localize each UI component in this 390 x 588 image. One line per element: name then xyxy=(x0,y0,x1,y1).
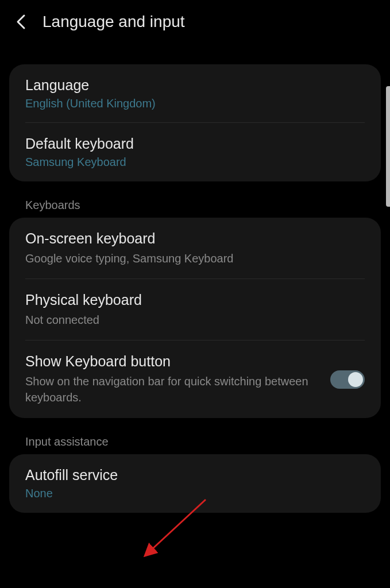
page-title: Language and input xyxy=(43,13,185,31)
group-general: Language English (United Kingdom) Defaul… xyxy=(9,64,381,181)
back-icon[interactable] xyxy=(14,15,28,29)
item-onscreen-keyboard[interactable]: On-screen keyboard Google voice typing, … xyxy=(9,218,381,279)
item-value: Not connected xyxy=(25,312,365,328)
item-title: Show Keyboard button xyxy=(25,353,319,370)
item-title: Autofill service xyxy=(25,467,365,483)
item-value: Samsung Keyboard xyxy=(25,156,365,169)
item-default-keyboard[interactable]: Default keyboard Samsung Keyboard xyxy=(9,123,381,181)
page-header: Language and input xyxy=(0,0,390,44)
item-title: On-screen keyboard xyxy=(25,230,365,247)
toggle-show-keyboard-button[interactable] xyxy=(330,370,365,389)
item-autofill-service[interactable]: Autofill service None xyxy=(9,454,381,513)
item-title: Physical keyboard xyxy=(25,292,365,308)
item-show-keyboard-button[interactable]: Show Keyboard button Show on the navigat… xyxy=(9,341,381,418)
item-value: None xyxy=(25,487,365,500)
scrollbar[interactable] xyxy=(386,86,390,207)
section-header-input-assistance: Input assistance xyxy=(9,426,381,454)
item-description: Show on the navigation bar for quick swi… xyxy=(25,373,319,405)
item-value: Google voice typing, Samsung Keyboard xyxy=(25,250,365,266)
item-value: English (United Kingdom) xyxy=(25,97,365,110)
item-title: Default keyboard xyxy=(25,136,365,152)
item-title: Language xyxy=(25,77,365,94)
group-keyboards: On-screen keyboard Google voice typing, … xyxy=(9,218,381,418)
section-header-keyboards: Keyboards xyxy=(9,189,381,218)
item-physical-keyboard[interactable]: Physical keyboard Not connected xyxy=(9,279,381,341)
toggle-knob xyxy=(348,372,363,387)
group-input-assistance: Autofill service None xyxy=(9,454,381,513)
item-language[interactable]: Language English (United Kingdom) xyxy=(9,64,381,123)
